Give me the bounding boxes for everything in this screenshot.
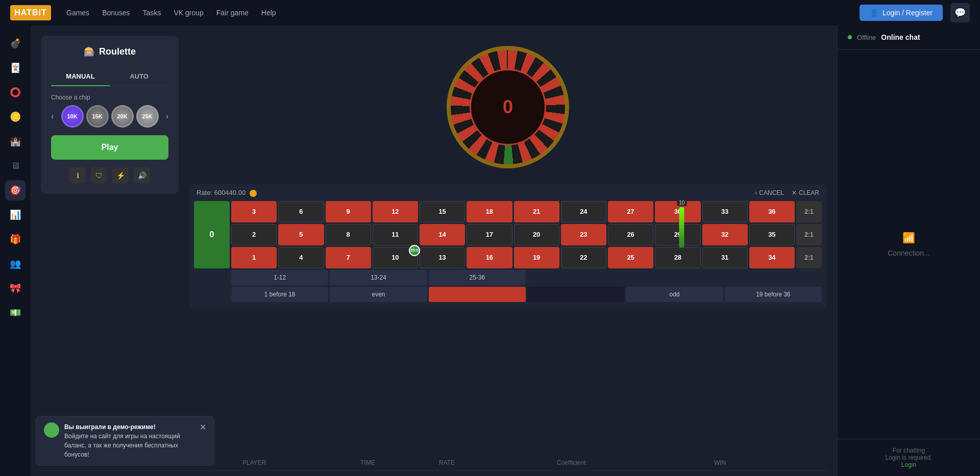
col-rate: RATE xyxy=(434,455,552,471)
cell-16[interactable]: 16 xyxy=(467,247,512,268)
chat-toggle-button[interactable]: 💬 xyxy=(950,3,970,22)
zero-cell[interactable]: 0 xyxy=(194,201,230,268)
info-icon[interactable]: ℹ xyxy=(69,167,86,184)
chat-bubble-icon: 💬 xyxy=(954,7,966,18)
bet-header: Rate: 600440.00 ‹ CANCEL ✕ CLEAR xyxy=(194,189,822,197)
lightning-icon[interactable]: ⚡ xyxy=(112,167,129,184)
chip-prev-button[interactable]: ‹ xyxy=(51,112,54,121)
sound-icon[interactable]: 🔊 xyxy=(134,167,150,184)
cell-15[interactable]: 15 xyxy=(420,201,465,222)
cell-18[interactable]: 18 xyxy=(467,201,512,222)
cell-34[interactable]: 34 xyxy=(749,247,795,268)
ratio-col3[interactable]: 2:1 xyxy=(796,247,822,268)
cell-9[interactable]: 9 xyxy=(326,201,371,222)
cell-17[interactable]: 17 xyxy=(467,224,512,245)
bet-1-12[interactable]: 1-12 xyxy=(231,270,328,285)
nav-vkgroup[interactable]: VK group xyxy=(174,9,203,17)
bet-19before36[interactable]: 19 before 36 xyxy=(725,287,822,302)
number-grid: 0 3 6 9 12 15 18 21 24 27 30 33 36 xyxy=(194,201,822,268)
notif-close-button[interactable]: ✕ xyxy=(200,422,206,432)
cell-7[interactable]: 7 xyxy=(326,247,371,268)
cell-2[interactable]: 2 xyxy=(231,224,277,245)
notif-body: Войдите на сайт для игры на настоящий ба… xyxy=(64,432,194,459)
cell-32[interactable]: 32 xyxy=(702,224,748,245)
chip-15k[interactable]: 15K xyxy=(86,105,109,128)
cell-28[interactable]: 28 xyxy=(655,247,700,268)
cell-12[interactable]: 12 xyxy=(373,201,418,222)
tab-manual[interactable]: MANUAL xyxy=(51,67,110,86)
sidebar-item-stats[interactable]: 📊 xyxy=(5,205,26,225)
online-chat-title: Online chat xyxy=(881,33,920,41)
cell-21[interactable]: 21 xyxy=(514,201,559,222)
chat-login-link[interactable]: Login xyxy=(901,461,916,468)
bet-black[interactable] xyxy=(527,287,624,302)
cell-14[interactable]: 14 xyxy=(420,224,465,245)
cell-10[interactable]: 10 25.0 xyxy=(373,247,418,268)
sidebar-item-coin[interactable]: 💵 xyxy=(5,303,26,323)
connection-status: Connection... xyxy=(888,249,930,257)
tab-auto[interactable]: AUTO xyxy=(110,67,168,85)
sidebar-item-users[interactable]: 👥 xyxy=(5,254,26,274)
cell-3[interactable]: 3 xyxy=(231,201,277,222)
sidebar-item-chip[interactable]: 🪙 xyxy=(5,107,26,127)
cell-11[interactable]: 11 xyxy=(373,224,418,245)
rate-coin-icon xyxy=(250,190,257,197)
logo[interactable]: HATBiT xyxy=(10,5,51,20)
chat-footer-line1: For chatting xyxy=(845,447,972,454)
cell-31[interactable]: 31 xyxy=(702,247,748,268)
chip-20k[interactable]: 20K xyxy=(111,105,134,128)
sidebar-item-roulette[interactable]: 🎯 xyxy=(5,180,26,201)
play-button[interactable]: Play xyxy=(51,135,168,160)
sidebar-item-monitor[interactable]: 🖥 xyxy=(5,156,26,176)
cancel-button[interactable]: ‹ CANCEL xyxy=(755,189,784,196)
ratio-col1[interactable]: 2:1 xyxy=(796,201,822,222)
nav-games[interactable]: Games xyxy=(66,9,89,17)
sidebar-item-bomb[interactable]: 💣 xyxy=(5,33,26,54)
clear-x-icon: ✕ xyxy=(792,189,797,196)
sidebar-item-cards[interactable]: 🃏 xyxy=(5,58,26,78)
chip-10k[interactable]: 10K xyxy=(61,105,84,128)
cell-5[interactable]: 5 xyxy=(278,224,324,245)
cell-35[interactable]: 35 xyxy=(749,224,795,245)
cell-23[interactable]: 23 xyxy=(561,224,606,245)
cell-13[interactable]: 13 xyxy=(420,247,465,268)
nav-tasks[interactable]: Tasks xyxy=(143,9,161,17)
chip-next-button[interactable]: › xyxy=(166,112,168,121)
nav-help[interactable]: Help xyxy=(261,9,276,17)
login-register-button[interactable]: 👤 Login / Register xyxy=(860,5,943,21)
cell-27[interactable]: 27 xyxy=(608,201,653,222)
chips-row: ‹ 10K 15K 20K 25K › xyxy=(51,105,168,128)
cell-25[interactable]: 25 xyxy=(608,247,653,268)
sidebar-item-gift[interactable]: 🎀 xyxy=(5,278,26,298)
cell-1[interactable]: 1 xyxy=(231,247,277,268)
nav-right: 👤 Login / Register 💬 xyxy=(860,3,970,22)
bet-1before18[interactable]: 1 before 18 xyxy=(231,287,328,302)
bet-25-36[interactable]: 25-36 xyxy=(429,270,526,285)
ratio-col2[interactable]: 2:1 xyxy=(796,224,822,245)
cell-24[interactable]: 24 xyxy=(561,201,606,222)
cell-19[interactable]: 19 xyxy=(514,247,559,268)
sidebar-item-castle[interactable]: 🏰 xyxy=(5,131,26,152)
bet-odd[interactable]: odd xyxy=(626,287,723,302)
cell-22[interactable]: 22 xyxy=(561,247,606,268)
bet-red[interactable] xyxy=(429,287,526,302)
cell-33[interactable]: 33 xyxy=(702,201,748,222)
bet-even[interactable]: even xyxy=(330,287,427,302)
cell-20[interactable]: 20 xyxy=(514,224,559,245)
left-sidebar: 💣 🃏 ⭕ 🪙 🏰 🖥 🎯 📊 🎁 👥 🎀 💵 xyxy=(0,26,31,476)
cell-26[interactable]: 26 xyxy=(608,224,653,245)
cell-36[interactable]: 36 xyxy=(749,201,795,222)
cell-4[interactable]: 4 xyxy=(278,247,324,268)
betting-area: Rate: 600440.00 ‹ CANCEL ✕ CLEAR xyxy=(189,184,827,309)
bet-13-24[interactable]: 13-24 xyxy=(330,270,427,285)
shield-icon[interactable]: 🛡 xyxy=(91,167,107,184)
cell-8[interactable]: 8 xyxy=(326,224,371,245)
col-coefficient: Coefficient. xyxy=(552,455,709,471)
sidebar-item-bonus[interactable]: 🎁 xyxy=(5,229,26,249)
nav-fairgame[interactable]: Fair game xyxy=(216,9,249,17)
clear-button[interactable]: ✕ CLEAR xyxy=(792,189,819,196)
chip-25k[interactable]: 25K xyxy=(136,105,159,128)
cell-6[interactable]: 6 xyxy=(278,201,324,222)
nav-bonuses[interactable]: Bonuses xyxy=(102,9,130,17)
sidebar-item-circle[interactable]: ⭕ xyxy=(5,82,26,103)
